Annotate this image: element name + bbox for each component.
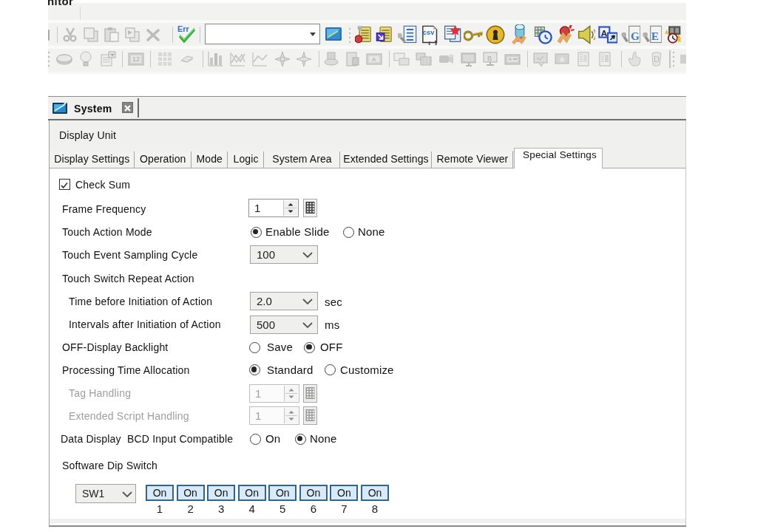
svg-text:G: G [631, 30, 640, 42]
svg-text:csv: csv [423, 29, 435, 36]
svg-text:E: E [651, 30, 659, 42]
svg-text:D: D [654, 55, 660, 64]
svg-text:12: 12 [132, 55, 140, 63]
svg-text:A: A [372, 56, 376, 63]
svg-text:B: B [487, 55, 492, 62]
svg-text:Err: Err [177, 24, 190, 33]
svg-text:A: A [601, 28, 608, 38]
